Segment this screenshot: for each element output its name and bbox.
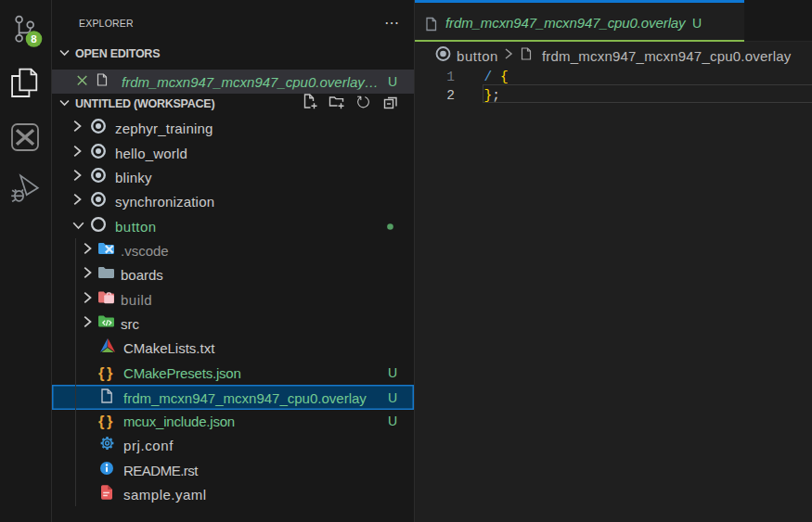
svg-text:8: 8 xyxy=(31,33,37,45)
